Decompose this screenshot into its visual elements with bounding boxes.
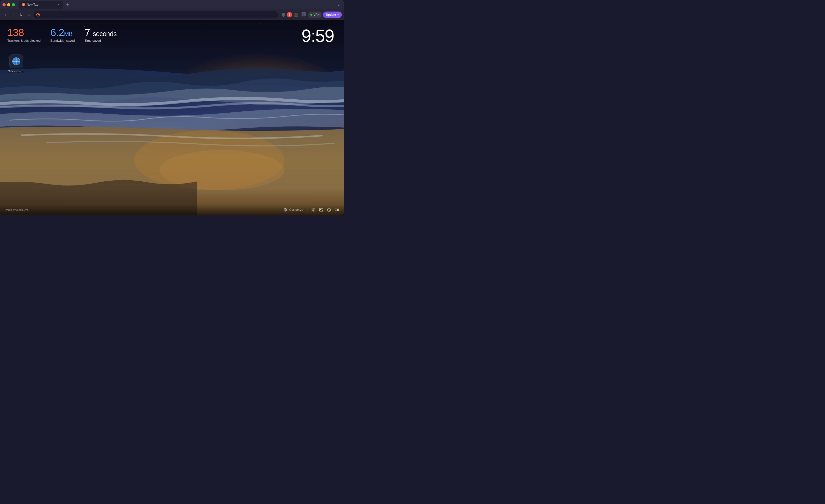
history-icon [327, 208, 331, 212]
svg-point-10 [202, 27, 202, 28]
update-button[interactable]: Update ≡ [323, 11, 342, 18]
tab-close-button[interactable]: ✕ [56, 3, 60, 7]
bookmark-button[interactable]: ☆ [25, 11, 32, 18]
background-scene [0, 20, 344, 215]
alert-button[interactable]: ! [287, 12, 292, 17]
globe-icon [12, 58, 20, 65]
update-label: Update [326, 13, 336, 16]
tab-dropdown-button[interactable]: ⌄ [336, 2, 341, 8]
video-button[interactable] [335, 208, 339, 212]
title-bar: New Tab ✕ + ⌄ [0, 0, 344, 9]
time-stat: 7 seconds Time saved [84, 27, 117, 43]
svg-point-17 [286, 209, 287, 210]
vpn-label: VPN [313, 13, 320, 16]
bottom-divider [307, 207, 307, 212]
svg-point-11 [259, 23, 260, 24]
maximize-window-button[interactable] [12, 3, 15, 6]
gallery-button[interactable] [319, 208, 323, 212]
vpn-button[interactable]: VPN [308, 11, 322, 18]
customize-label: Customize [289, 208, 303, 212]
svg-text:G: G [303, 13, 304, 16]
shortcut-item[interactable]: Online Gam... [7, 55, 25, 73]
close-window-button[interactable] [2, 3, 6, 6]
wave-svg [0, 20, 344, 215]
browser-frame: New Tab ✕ + ⌄ ‹ › ↻ ☆ [0, 0, 344, 215]
trackers-count: 138 [7, 27, 41, 38]
brave-logo-icon [36, 13, 40, 16]
shortcut-label: Online Gam... [8, 70, 24, 73]
svg-rect-23 [335, 209, 338, 211]
wallet-button[interactable]: ⬛ [293, 11, 300, 18]
svg-point-9 [142, 33, 142, 34]
update-menu-icon: ≡ [338, 13, 339, 16]
new-tab-button[interactable]: + [64, 1, 71, 8]
svg-rect-20 [319, 208, 323, 211]
history-button[interactable] [327, 208, 331, 212]
tab-bar: New Tab ✕ + [19, 1, 334, 9]
bandwidth-label: Bandwidth saved [50, 39, 75, 43]
back-button[interactable]: ‹ [2, 11, 9, 18]
nav-bar: ‹ › ↻ ☆ ! [0, 9, 344, 20]
refresh-icon: ↻ [20, 13, 22, 17]
traffic-lights [2, 3, 15, 6]
minimize-window-button[interactable] [7, 3, 10, 6]
wallet-icon: ⬛ [294, 13, 298, 17]
new-tab-content: 138 Trackers & ads blocked 6.2MB Bandwid… [0, 20, 344, 215]
address-bar[interactable] [33, 11, 278, 18]
svg-point-16 [285, 208, 286, 209]
time-number: 7 seconds [84, 27, 117, 38]
brave-shield-button[interactable] [281, 12, 286, 17]
bandwidth-number: 6.2MB [50, 27, 75, 38]
shortcuts-area: Online Gam... [7, 55, 25, 73]
trackers-stat: 138 Trackers & ads blocked [7, 27, 41, 43]
bottom-right-controls: Customize [284, 207, 339, 212]
video-icon [335, 208, 339, 212]
gallery-icon [319, 208, 323, 212]
profile-icon: G [302, 12, 306, 17]
shortcut-icon [9, 55, 23, 68]
bookmark-icon: ☆ [27, 13, 31, 17]
back-icon: ‹ [5, 13, 6, 17]
active-tab[interactable]: New Tab ✕ [19, 1, 63, 9]
stats-overlay: 138 Trackers & ads blocked 6.2MB Bandwid… [7, 27, 117, 43]
tab-favicon-icon [22, 3, 25, 6]
svg-point-18 [285, 210, 286, 211]
time-label: Time saved [84, 39, 117, 43]
settings-button[interactable] [311, 208, 315, 212]
settings-icon [311, 208, 315, 212]
tab-title: New Tab [27, 3, 55, 6]
vpn-status-indicator [310, 14, 312, 16]
customize-icon [284, 208, 288, 212]
forward-button[interactable]: › [10, 11, 17, 18]
alert-icon: ! [289, 13, 290, 16]
refresh-button[interactable]: ↻ [18, 11, 24, 18]
nav-right-buttons: ! ⬛ G VPN Upda [281, 11, 342, 18]
forward-icon: › [13, 13, 14, 17]
trackers-label: Trackers & ads blocked [7, 39, 41, 43]
bandwidth-stat: 6.2MB Bandwidth saved [50, 27, 75, 43]
customize-button[interactable]: Customize [284, 208, 303, 212]
profile-button[interactable]: G [301, 11, 307, 18]
clock-display: 9:59 [302, 27, 334, 45]
svg-point-19 [313, 209, 314, 211]
photo-credit: Photo by Aleks Eva [5, 208, 28, 211]
bottom-bar: Photo by Aleks Eva Customize [0, 204, 344, 215]
